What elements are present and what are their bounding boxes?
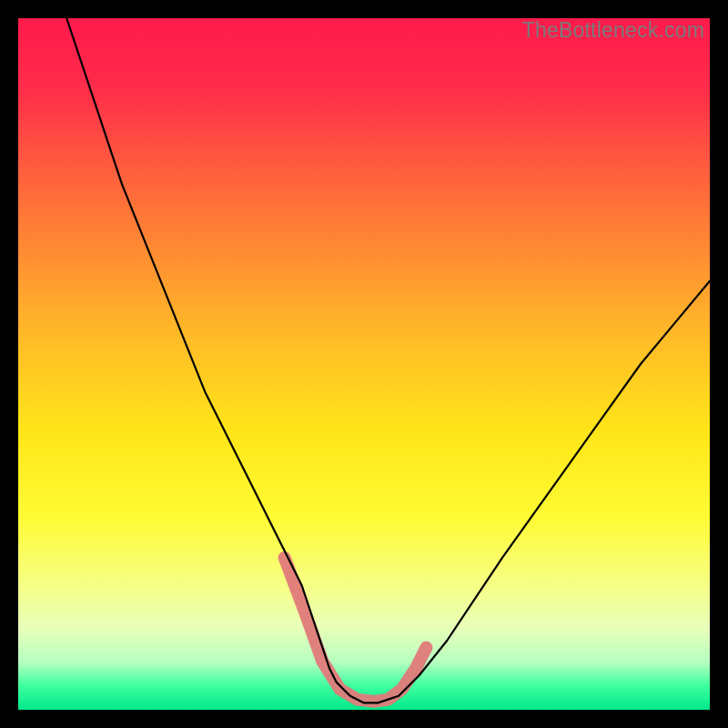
chart-frame: TheBottleneck.com — [18, 18, 710, 710]
gradient-background — [18, 18, 710, 710]
watermark-text: TheBottleneck.com — [522, 18, 704, 43]
bottleneck-chart — [18, 18, 710, 710]
